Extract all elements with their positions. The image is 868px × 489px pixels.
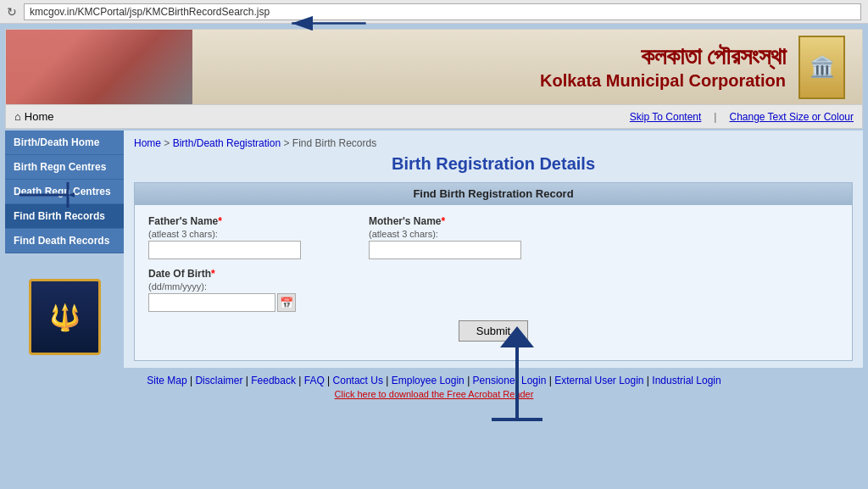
form-header: Find Birth Registration Record bbox=[135, 183, 852, 205]
browser-controls: ↻ bbox=[7, 5, 17, 19]
nav-divider: | bbox=[714, 111, 716, 123]
dob-input[interactable] bbox=[148, 293, 275, 312]
footer-site-map[interactable]: Site Map bbox=[147, 375, 186, 386]
header-english-text: Kolkata Municipal Corporation bbox=[540, 71, 786, 91]
sidebar-item-find-death-records[interactable]: Find Death Records bbox=[5, 229, 124, 253]
footer-acrobat-link[interactable]: Click here to download the Free Acrobat … bbox=[5, 389, 863, 399]
form-row-dob: Date Of Birth* (dd/mm/yyyy): 📅 bbox=[148, 268, 838, 312]
calendar-button[interactable]: 📅 bbox=[277, 293, 296, 312]
sidebar-label: Find Birth Records bbox=[14, 210, 105, 222]
footer-faq[interactable]: FAQ bbox=[304, 375, 325, 386]
fathers-name-sublabel: (atleast 3 chars): bbox=[148, 229, 301, 239]
nav-bar: ⌂ Home Skip To Content | Change Text Siz… bbox=[5, 105, 863, 129]
home-icon: ⌂ bbox=[14, 110, 21, 123]
dob-field: Date Of Birth* (dd/mm/yyyy): 📅 bbox=[148, 268, 296, 312]
refresh-icon[interactable]: ↻ bbox=[7, 5, 17, 19]
sidebar-label: Birth/Death Home bbox=[14, 136, 99, 148]
dob-sublabel: (dd/mm/yyyy): bbox=[148, 281, 296, 292]
skip-to-content-link[interactable]: Skip To Content bbox=[630, 111, 702, 123]
header-banner: কলকাতা পৌরসংস্থা Kolkata Municipal Corpo… bbox=[5, 29, 863, 105]
emblem-symbol: 🏛️ bbox=[810, 55, 835, 79]
sidebar-item-birth-death-home[interactable]: Birth/Death Home bbox=[5, 131, 124, 155]
annotation-arrow-left bbox=[15, 178, 75, 212]
header-bengali-text: কলকাতা পৌরসংস্থা bbox=[540, 43, 786, 71]
required-star-2: * bbox=[442, 215, 446, 227]
fathers-name-field: Father's Name* (atleast 3 chars): bbox=[148, 215, 301, 259]
required-star: * bbox=[218, 215, 222, 227]
footer-links: Site Map | Disclaimer | Feedback | FAQ |… bbox=[5, 375, 863, 386]
sidebar-item-birth-regn-centres[interactable]: Birth Regn Centres bbox=[5, 155, 124, 180]
change-text-link[interactable]: Change Text Size or Colour bbox=[729, 111, 854, 123]
nav-right: Skip To Content | Change Text Size or Co… bbox=[630, 111, 854, 123]
browser-bar: ↻ kmcgov.in/KMCPortal/jsp/KMCBirthRecord… bbox=[0, 0, 868, 24]
sidebar-logo-area: 🔱 bbox=[5, 270, 124, 364]
emblem-icon: 🔱 bbox=[49, 303, 81, 332]
footer-disclaimer[interactable]: Disclaimer bbox=[195, 375, 242, 386]
mothers-name-label: Mother's Name* bbox=[369, 215, 521, 227]
address-bar[interactable]: kmcgov.in/KMCPortal/jsp/KMCBirthRecordSe… bbox=[24, 3, 861, 20]
breadcrumb: Home > Birth/Death Registration > Find B… bbox=[134, 137, 853, 149]
footer-feedback[interactable]: Feedback bbox=[251, 375, 296, 386]
annotation-arrow-up bbox=[479, 322, 555, 424]
breadcrumb-sep1: > bbox=[164, 137, 172, 149]
required-star-3: * bbox=[211, 268, 215, 280]
breadcrumb-home[interactable]: Home bbox=[134, 137, 161, 149]
footer-contact-us[interactable]: Contact Us bbox=[333, 375, 383, 386]
home-label: Home bbox=[25, 110, 54, 123]
sidebar-label: Find Death Records bbox=[14, 235, 109, 247]
home-nav[interactable]: ⌂ Home bbox=[14, 110, 54, 123]
footer: Site Map | Disclaimer | Feedback | FAQ |… bbox=[5, 368, 863, 403]
page-title: Birth Registration Details bbox=[134, 154, 853, 174]
mothers-name-input[interactable] bbox=[369, 241, 521, 259]
fathers-name-label: Father's Name* bbox=[148, 215, 301, 227]
sidebar: Birth/Death Home Birth Regn Centres Deat… bbox=[5, 131, 124, 368]
mothers-name-field: Mother's Name* (atleast 3 chars): bbox=[369, 215, 521, 259]
footer-employee-login[interactable]: Employee Login bbox=[392, 375, 465, 386]
fathers-name-input[interactable] bbox=[148, 241, 301, 259]
form-row-names: Father's Name* (atleast 3 chars): Mother… bbox=[148, 215, 838, 259]
svg-marker-8 bbox=[500, 326, 534, 347]
header-logo: 🏛️ bbox=[798, 36, 845, 99]
annotation-arrow-top bbox=[288, 7, 373, 41]
url-text: kmcgov.in/KMCPortal/jsp/KMCBirthRecordSe… bbox=[30, 6, 270, 18]
kmc-emblem: 🔱 bbox=[29, 279, 101, 355]
breadcrumb-current: Find Birth Records bbox=[292, 137, 376, 149]
mothers-name-sublabel: (atleast 3 chars): bbox=[369, 229, 521, 239]
date-wrapper: 📅 bbox=[148, 293, 296, 312]
footer-external-user-login[interactable]: External User Login bbox=[554, 375, 643, 386]
breadcrumb-sep2: > bbox=[283, 137, 292, 149]
sidebar-label: Birth Regn Centres bbox=[14, 161, 106, 173]
page-wrapper: কলকাতা পৌরসংস্থা Kolkata Municipal Corpo… bbox=[0, 24, 868, 408]
header-text: কলকাতা পৌরসংস্থা Kolkata Municipal Corpo… bbox=[540, 43, 786, 91]
main-area: Birth/Death Home Birth Regn Centres Deat… bbox=[5, 131, 863, 368]
breadcrumb-section[interactable]: Birth/Death Registration bbox=[173, 137, 281, 149]
header-building-image bbox=[6, 30, 192, 105]
footer-industrial-login[interactable]: Industrial Login bbox=[652, 375, 721, 386]
dob-label: Date Of Birth* bbox=[148, 268, 296, 280]
